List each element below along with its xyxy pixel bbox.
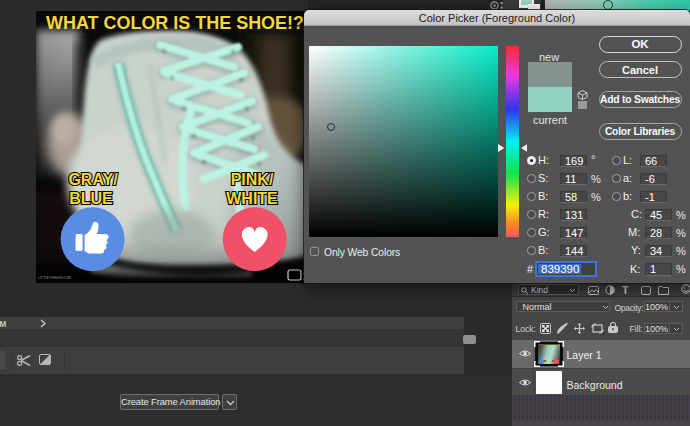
svg-text:BLUE: BLUE: [69, 190, 113, 207]
svg-text:LITTLETHINGS.COM: LITTLETHINGS.COM: [38, 276, 71, 280]
svg-text:WHITE: WHITE: [226, 190, 278, 207]
svg-text:WHAT COLOR IS THE SHOE!?: WHAT COLOR IS THE SHOE!?: [46, 13, 304, 33]
svg-text:PINK/: PINK/: [231, 171, 274, 188]
svg-text:GRAY/: GRAY/: [68, 171, 118, 188]
